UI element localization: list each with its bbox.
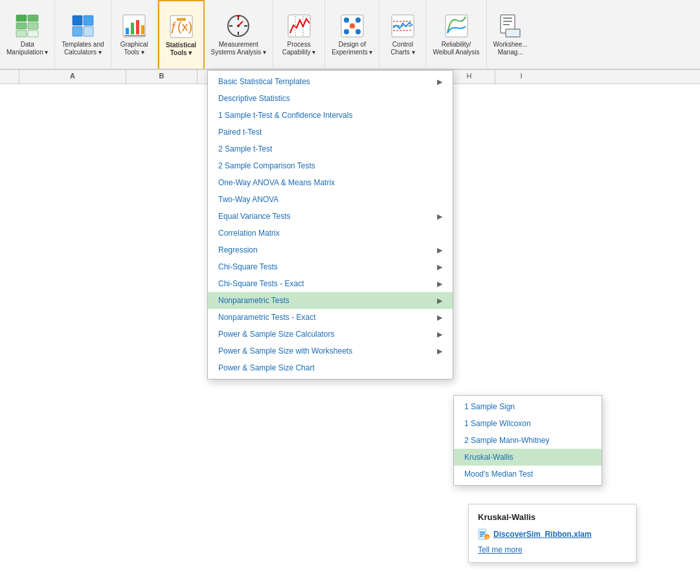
menu-item-correlation[interactable]: Correlation Matrix bbox=[208, 225, 453, 242]
ribbon-item-statistical[interactable]: ƒ(x) StatisticalTools ▾ bbox=[158, 0, 205, 69]
design-icon bbox=[339, 12, 366, 40]
file-icon: ⚙ bbox=[478, 528, 490, 540]
statistical-tools-menu: Basic Statistical Templates ▶ Descriptiv… bbox=[207, 70, 453, 379]
arrow-icon: ▶ bbox=[437, 280, 442, 288]
submenu-item-one-sample-wilcoxon[interactable]: 1 Sample Wilcoxon bbox=[454, 415, 602, 432]
svg-rect-6 bbox=[73, 16, 82, 25]
svg-rect-46 bbox=[503, 24, 510, 25]
menu-item-basic-stat-templates[interactable]: Basic Statistical Templates ▶ bbox=[208, 73, 453, 90]
graphical-label: GraphicalTools ▾ bbox=[120, 41, 148, 56]
graphical-icon bbox=[120, 12, 148, 40]
svg-text:⚙: ⚙ bbox=[486, 536, 489, 539]
menu-item-two-sample-t[interactable]: 2 Sample t-Test bbox=[208, 141, 453, 157]
col-header-b[interactable]: B bbox=[126, 70, 198, 84]
tooltip-file-name[interactable]: DiscoverSim_Ribbon.xlam bbox=[493, 530, 591, 539]
menu-item-power-sample-chart[interactable]: Power & Sample Size Chart bbox=[208, 359, 453, 376]
design-label: Design ofExperiments ▾ bbox=[332, 41, 372, 56]
menu-item-chi-square-exact[interactable]: Chi-Square Tests - Exact ▶ bbox=[208, 275, 453, 292]
ribbon-item-worksheet[interactable]: Workshee...Manag... bbox=[487, 0, 534, 69]
menu-item-chi-square[interactable]: Chi-Square Tests ▶ bbox=[208, 258, 453, 275]
control-icon bbox=[389, 12, 416, 40]
templates-label: Templates andCalculators ▾ bbox=[62, 41, 104, 56]
svg-rect-9 bbox=[84, 27, 93, 36]
menu-item-power-sample-calc[interactable]: Power & Sample Size Calculators ▶ bbox=[208, 326, 453, 343]
arrow-icon: ▶ bbox=[437, 212, 442, 221]
menu-item-nonparametric[interactable]: Nonparametric Tests ▶ bbox=[208, 292, 453, 309]
svg-rect-49 bbox=[480, 532, 485, 533]
menu-item-two-sample-comparison[interactable]: 2 Sample Comparison Tests bbox=[208, 157, 453, 174]
svg-rect-11 bbox=[126, 28, 129, 34]
col-header-a[interactable]: A bbox=[19, 70, 126, 84]
ribbon-item-design[interactable]: Design ofExperiments ▾ bbox=[325, 0, 379, 69]
arrow-icon: ▶ bbox=[437, 263, 442, 271]
arrow-icon: ▶ bbox=[437, 347, 442, 356]
menu-item-one-way-anova[interactable]: One-Way ANOVA & Means Matrix bbox=[208, 174, 453, 191]
menu-item-regression[interactable]: Regression ▶ bbox=[208, 242, 453, 258]
ribbon-item-reliability[interactable]: Reliability/Weibull Analysis bbox=[426, 0, 486, 69]
ribbon-item-control[interactable]: ControlCharts ▾ bbox=[379, 0, 426, 69]
svg-rect-50 bbox=[480, 534, 485, 535]
svg-rect-14 bbox=[141, 25, 144, 34]
reliability-label: Reliability/Weibull Analysis bbox=[433, 41, 479, 56]
ribbon: DataManipulation ▾ Templates andCalculat… bbox=[0, 0, 700, 70]
tooltip-title: Kruskal-Wallis bbox=[478, 512, 627, 522]
submenu-item-one-sample-sign[interactable]: 1 Sample Sign bbox=[454, 398, 602, 415]
submenu-item-kruskal-wallis[interactable]: Kruskal-Wallis bbox=[454, 449, 602, 466]
arrow-icon: ▶ bbox=[437, 313, 442, 322]
menu-item-one-sample-t[interactable]: 1 Sample t-Test & Confidence Intervals bbox=[208, 107, 453, 124]
kruskal-wallis-tooltip: Kruskal-Wallis ⚙ DiscoverSim_Ribbon.xlam… bbox=[468, 504, 637, 563]
svg-rect-45 bbox=[503, 21, 512, 22]
ribbon-item-process[interactable]: ProcessCapability ▾ bbox=[273, 0, 325, 69]
measurement-icon bbox=[225, 12, 252, 40]
templates-icon bbox=[69, 12, 96, 40]
svg-rect-1 bbox=[16, 23, 27, 29]
reliability-icon bbox=[443, 12, 470, 40]
statistical-label: StatisticalTools ▾ bbox=[166, 41, 196, 57]
tooltip-tell-more[interactable]: Tell me more bbox=[478, 545, 627, 554]
svg-rect-3 bbox=[28, 15, 38, 21]
svg-rect-5 bbox=[28, 30, 38, 37]
ribbon-item-templates[interactable]: Templates andCalculators ▾ bbox=[55, 0, 111, 69]
tooltip-file-link[interactable]: ⚙ DiscoverSim_Ribbon.xlam bbox=[478, 528, 627, 540]
arrow-icon: ▶ bbox=[437, 246, 442, 254]
svg-rect-44 bbox=[503, 17, 512, 19]
svg-rect-18 bbox=[177, 18, 186, 21]
svg-rect-8 bbox=[73, 27, 82, 36]
svg-line-25 bbox=[238, 21, 243, 26]
svg-rect-47 bbox=[506, 29, 520, 37]
control-label: ControlCharts ▾ bbox=[390, 41, 414, 56]
process-label: ProcessCapability ▾ bbox=[282, 41, 316, 56]
submenu-item-moods-median[interactable]: Mood's Median Test bbox=[454, 466, 602, 482]
svg-text:ƒ(x): ƒ(x) bbox=[170, 19, 192, 34]
ribbon-item-measurement[interactable]: MeasurementSystems Analysis ▾ bbox=[205, 0, 274, 69]
dropdown-overlay: Basic Statistical Templates ▶ Descriptiv… bbox=[207, 70, 602, 379]
svg-rect-12 bbox=[131, 23, 134, 34]
worksheet-icon bbox=[497, 12, 524, 40]
data-manipulation-icon bbox=[14, 12, 41, 40]
ribbon-item-graphical[interactable]: GraphicalTools ▾ bbox=[111, 0, 158, 69]
svg-rect-4 bbox=[28, 23, 38, 29]
menu-item-paired-t[interactable]: Paired t-Test bbox=[208, 124, 453, 141]
svg-rect-51 bbox=[480, 536, 483, 537]
worksheet-label: Workshee...Manag... bbox=[493, 41, 528, 56]
ribbon-item-data-manipulation[interactable]: DataManipulation ▾ bbox=[0, 0, 55, 69]
svg-rect-7 bbox=[84, 16, 93, 25]
arrow-icon: ▶ bbox=[437, 78, 442, 86]
nonparametric-submenu: 1 Sample Sign 1 Sample Wilcoxon 2 Sample… bbox=[453, 395, 602, 486]
menu-item-descriptive[interactable]: Descriptive Statistics bbox=[208, 90, 453, 107]
statistical-icon: ƒ(x) bbox=[168, 13, 195, 40]
menu-item-nonparametric-exact[interactable]: Nonparametric Tests - Exact ▶ bbox=[208, 309, 453, 326]
svg-rect-13 bbox=[136, 20, 139, 34]
svg-rect-27 bbox=[288, 15, 310, 37]
submenu-item-two-sample-mann-whitney[interactable]: 2 Sample Mann-Whitney bbox=[454, 432, 602, 449]
menu-item-equal-variance[interactable]: Equal Variance Tests ▶ bbox=[208, 208, 453, 225]
arrow-icon: ▶ bbox=[437, 297, 442, 305]
process-icon bbox=[286, 12, 313, 40]
measurement-label: MeasurementSystems Analysis ▾ bbox=[211, 41, 267, 56]
menu-item-power-sample-worksheets[interactable]: Power & Sample Size with Worksheets ▶ bbox=[208, 343, 453, 359]
menu-item-two-way-anova[interactable]: Two-Way ANOVA bbox=[208, 191, 453, 208]
svg-rect-2 bbox=[16, 30, 27, 37]
svg-point-26 bbox=[237, 15, 240, 17]
arrow-icon: ▶ bbox=[437, 330, 442, 339]
row-num-header bbox=[0, 70, 19, 84]
